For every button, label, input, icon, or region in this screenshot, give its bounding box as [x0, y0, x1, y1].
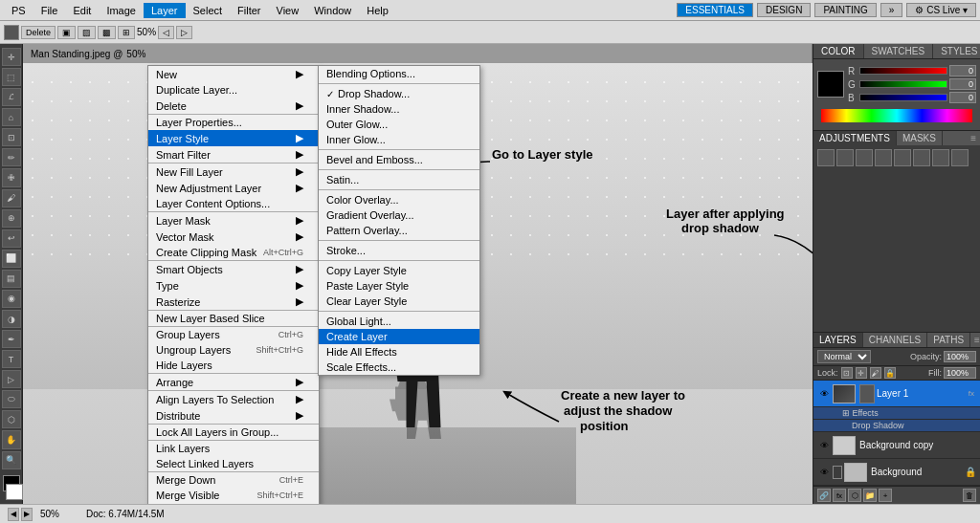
menu-link-layers[interactable]: Link Layers — [148, 441, 319, 456]
submenu-color-overlay[interactable]: Color Overlay... — [319, 192, 479, 207]
menu-layer-properties[interactable]: Layer Properties... — [148, 115, 319, 130]
workspace-more[interactable]: » — [880, 3, 903, 17]
zoom-btn-1[interactable]: ◁ — [158, 26, 174, 39]
menu-type[interactable]: Type▶ — [148, 277, 319, 294]
tool-clone[interactable]: ⊕ — [2, 209, 21, 228]
menu-ps[interactable]: PS — [4, 3, 33, 18]
tool-text[interactable]: T — [2, 350, 21, 368]
submenu-satin[interactable]: Satin... — [319, 172, 479, 187]
workspace-essentials[interactable]: ESSENTIALS — [677, 3, 753, 17]
submenu-blending-options[interactable]: Blending Options... — [319, 66, 479, 81]
tool-wand[interactable]: ⌂ — [2, 108, 21, 126]
color-swatch-foreground[interactable] — [817, 71, 844, 98]
r-input[interactable] — [949, 65, 976, 76]
g-slider[interactable] — [859, 80, 947, 88]
tool-brush[interactable]: 🖌 — [2, 189, 21, 207]
tool-shape[interactable]: ⬭ — [2, 390, 21, 408]
tab-adjustments[interactable]: ADJUSTMENTS — [813, 131, 897, 145]
menu-file[interactable]: File — [33, 3, 66, 18]
lock-all[interactable]: 🔒 — [884, 367, 896, 379]
menu-image[interactable]: Image — [99, 3, 144, 18]
submenu-paste-layer-style[interactable]: Paste Layer Style — [319, 278, 479, 294]
mode-btn-2[interactable]: ▨ — [78, 26, 96, 39]
menu-vector-mask[interactable]: Vector Mask▶ — [148, 229, 319, 245]
submenu-copy-layer-style[interactable]: Copy Layer Style — [319, 263, 479, 278]
add-layer-btn[interactable]: + — [879, 489, 892, 502]
menu-lock-all[interactable]: Lock All Layers in Group... — [148, 425, 319, 440]
menu-edit[interactable]: Edit — [65, 3, 99, 18]
lock-transparent[interactable]: ⊡ — [841, 367, 853, 379]
adj-icon-4[interactable] — [875, 149, 892, 166]
adj-icon-6[interactable] — [913, 149, 930, 166]
menu-select[interactable]: Select — [186, 3, 231, 18]
adj-icon-5[interactable] — [894, 149, 911, 166]
submenu-create-layer[interactable]: Create Layer — [319, 329, 479, 344]
tool-zoom[interactable]: 🔍 — [2, 451, 21, 469]
tool-select[interactable]: ⬚ — [2, 68, 21, 86]
layer-eye-bg-copy[interactable]: 👁 — [817, 439, 831, 452]
tab-layers[interactable]: LAYERS — [813, 333, 863, 347]
layers-panel-menu[interactable]: ≡ — [970, 333, 980, 347]
menu-arrange[interactable]: Arrange▶ — [148, 374, 319, 390]
lock-image[interactable]: 🖌 — [870, 367, 881, 379]
mode-btn-3[interactable]: ▩ — [98, 26, 116, 39]
cs-live-button[interactable]: ⚙ CS Live ▾ — [906, 3, 976, 17]
create-group-btn[interactable]: 📁 — [863, 489, 877, 502]
adj-icon-7[interactable] — [932, 149, 949, 166]
menu-new-fill-layer[interactable]: New Fill Layer▶ — [148, 163, 319, 180]
tool-gradient[interactable]: ▤ — [2, 270, 21, 288]
menu-merge-down[interactable]: Merge DownCtrl+E — [148, 472, 319, 488]
workspace-design[interactable]: DESIGN — [757, 3, 811, 17]
fill-input[interactable] — [944, 367, 976, 379]
zoom-btn-2[interactable]: ▷ — [176, 26, 192, 39]
tool-pen[interactable]: ✒ — [2, 330, 21, 348]
tab-channels[interactable]: CHANNELS — [863, 333, 927, 347]
tool-move[interactable]: ✛ — [2, 48, 21, 66]
adj-icon-8[interactable] — [951, 149, 969, 166]
tool-eraser[interactable]: ⬜ — [2, 250, 21, 268]
r-slider[interactable] — [859, 67, 947, 75]
layer-item-bg-copy[interactable]: 👁 Background copy — [813, 432, 980, 459]
canvas-tab[interactable]: Man Standing.jpeg @ 50% — [23, 44, 813, 63]
tab-styles[interactable]: STYLES — [933, 44, 980, 58]
menu-hide-layers[interactable]: Hide Layers — [148, 358, 319, 373]
adj-panel-menu[interactable]: ≡ — [967, 131, 980, 145]
tab-paths[interactable]: PATHS — [927, 333, 970, 347]
adj-icon-2[interactable] — [836, 149, 854, 166]
menu-filter[interactable]: Filter — [230, 3, 268, 18]
submenu-inner-glow[interactable]: Inner Glow... — [319, 132, 479, 147]
submenu-scale-effects[interactable]: Scale Effects... — [319, 360, 479, 375]
submenu-clear-layer-style[interactable]: Clear Layer Style — [319, 294, 479, 309]
menu-layer-style[interactable]: Layer Style▶ — [148, 130, 319, 146]
menu-distribute[interactable]: Distribute▶ — [148, 407, 319, 424]
b-slider[interactable] — [859, 94, 947, 101]
g-input[interactable] — [949, 78, 976, 90]
tool-heal[interactable]: ✙ — [2, 168, 21, 186]
tool-crop[interactable]: ⊡ — [2, 128, 21, 146]
menu-new[interactable]: New▶ — [148, 66, 319, 82]
mode-btn-1[interactable]: ▣ — [57, 26, 76, 39]
opacity-input[interactable] — [944, 351, 976, 362]
add-mask-btn[interactable]: ⬡ — [848, 489, 861, 502]
layer-eye-layer1[interactable]: 👁 — [817, 387, 831, 401]
b-input[interactable] — [949, 92, 976, 103]
menu-view[interactable]: View — [269, 3, 307, 18]
submenu-pattern-overlay[interactable]: Pattern Overlay... — [319, 223, 479, 238]
adj-icon-3[interactable] — [856, 149, 873, 166]
adj-icon-1[interactable] — [817, 149, 835, 166]
menu-delete[interactable]: Delete▶ — [148, 98, 319, 114]
tab-swatches[interactable]: SWATCHES — [864, 44, 934, 58]
menu-new-layer-slice[interactable]: New Layer Based Slice — [148, 311, 319, 326]
tab-masks[interactable]: MASKS — [897, 131, 943, 145]
tool-blur[interactable]: ◉ — [2, 290, 21, 308]
menu-help[interactable]: Help — [359, 3, 396, 18]
tool-history[interactable]: ↩ — [2, 229, 21, 248]
layer-item-background[interactable]: 👁 Background 🔒 — [813, 459, 980, 486]
menu-rasterize[interactable]: Rasterize▶ — [148, 294, 319, 310]
tool-path[interactable]: ▷ — [2, 370, 21, 388]
menu-merge-visible[interactable]: Merge VisibleShift+Ctrl+E — [148, 488, 319, 503]
menu-duplicate-layer[interactable]: Duplicate Layer... — [148, 82, 319, 98]
layer-item-layer1[interactable]: 👁 Layer 1 fx — [813, 381, 980, 407]
tab-color[interactable]: COLOR — [813, 44, 864, 58]
menu-new-adj-layer[interactable]: New Adjustment Layer▶ — [148, 180, 319, 196]
